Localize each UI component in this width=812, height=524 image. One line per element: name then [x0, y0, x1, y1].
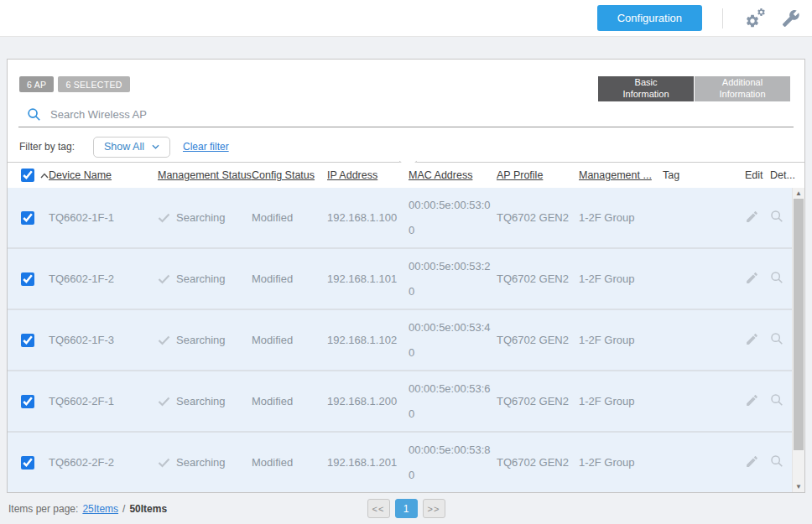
- ap-profile-cell: TQ6702 GEN2: [497, 211, 579, 224]
- edit-pencil-icon[interactable]: [745, 393, 759, 407]
- table-body: TQ6602-1F-1 Searching Modified 192.168.1…: [8, 188, 792, 492]
- management-status-cell: Searching: [158, 334, 252, 346]
- wireless-ap-panel: 6 AP 6 SELECTED Basic Information Additi…: [7, 59, 805, 493]
- tab-additional-information-label: Additional Information: [708, 77, 777, 101]
- details-magnifier-icon[interactable]: [770, 393, 783, 407]
- settings-gear-icon[interactable]: [745, 8, 765, 29]
- config-status-cell: Modified: [252, 395, 327, 407]
- scroll-up-icon[interactable]: ▲: [793, 188, 804, 198]
- device-name-cell: TQ6602-1F-2: [49, 272, 158, 285]
- configuration-button[interactable]: Configuration: [597, 5, 702, 31]
- current-page-button[interactable]: 1: [395, 499, 418, 518]
- row-select-checkbox[interactable]: [21, 211, 34, 225]
- table-row[interactable]: TQ6602-2F-1 Searching Modified 192.168.1…: [8, 371, 792, 433]
- management-status-cell: Searching: [158, 272, 252, 285]
- search-bar: [18, 102, 794, 127]
- table-row[interactable]: TQ6602-1F-1 Searching Modified 192.168.1…: [8, 188, 792, 249]
- tab-basic-information[interactable]: Basic Information: [598, 76, 694, 101]
- config-status-cell: Modified: [252, 211, 327, 224]
- status-check-icon: [158, 335, 170, 345]
- row-select-checkbox[interactable]: [21, 272, 34, 286]
- management-status-text: Searching: [176, 456, 226, 469]
- search-icon: [27, 107, 41, 122]
- header-ap-profile[interactable]: AP Profile: [497, 169, 579, 181]
- mac-address-cell: 00:00:5e:00:53:40: [409, 315, 492, 366]
- sort-ascending-icon[interactable]: [40, 173, 49, 179]
- header-management-status[interactable]: Management Status: [158, 169, 252, 181]
- select-all-checkbox[interactable]: [21, 169, 34, 182]
- tab-basic-information-label: Basic Information: [612, 77, 680, 101]
- management-status-cell: Searching: [158, 395, 252, 407]
- details-magnifier-icon[interactable]: [770, 271, 783, 284]
- top-toolbar: Configuration: [0, 0, 812, 37]
- edit-pencil-icon[interactable]: [745, 332, 759, 346]
- ap-profile-cell: TQ6702 GEN2: [497, 334, 579, 346]
- toolbar-divider: [722, 8, 723, 29]
- filter-row: Filter by tag: Show All Clear filter: [19, 135, 804, 159]
- tools-wrench-icon[interactable]: [782, 9, 800, 28]
- row-select-checkbox[interactable]: [21, 334, 34, 347]
- ap-profile-cell: TQ6702 GEN2: [497, 272, 579, 285]
- table-header-row: Device Name Management Status Config Sta…: [8, 163, 804, 188]
- header-device-name[interactable]: Device Name: [49, 169, 158, 181]
- pager: << 1 >>: [367, 499, 445, 518]
- header-ip-address[interactable]: IP Address: [327, 169, 409, 181]
- edit-pencil-icon[interactable]: [745, 271, 759, 285]
- management-group-cell: 1-2F Group: [579, 334, 663, 346]
- items-per-page-label: Items per page:: [8, 503, 78, 515]
- header-management-group[interactable]: Management ...: [579, 169, 663, 181]
- management-group-cell: 1-2F Group: [579, 395, 663, 407]
- table-row[interactable]: TQ6602-1F-3 Searching Modified 192.168.1…: [8, 310, 792, 371]
- scrollbar-thumb[interactable]: [794, 199, 804, 450]
- mac-address-cell: 00:00:5e:00:53:80: [409, 438, 492, 488]
- chevron-down-icon: [152, 144, 159, 149]
- header-details: Det...: [770, 169, 792, 181]
- header-config-status[interactable]: Config Status: [252, 169, 327, 181]
- previous-page-button[interactable]: <<: [367, 499, 390, 518]
- table-row[interactable]: TQ6602-2F-2 Searching Modified 192.168.1…: [8, 433, 792, 492]
- info-tabs: Basic Information Additional Information: [598, 76, 790, 101]
- management-status-text: Searching: [176, 334, 226, 346]
- row-select-checkbox[interactable]: [21, 395, 34, 408]
- header-mac-address[interactable]: MAC Address: [409, 169, 492, 181]
- row-select-checkbox[interactable]: [21, 456, 34, 470]
- details-magnifier-icon[interactable]: [770, 210, 783, 223]
- edit-pencil-icon[interactable]: [745, 210, 759, 224]
- mac-address-cell: 00:00:5e:00:53:00: [409, 193, 492, 243]
- management-group-cell: 1-2F Group: [579, 272, 663, 285]
- items-per-page: Items per page: 25Items / 50Items: [8, 503, 167, 515]
- table-row[interactable]: TQ6602-1F-2 Searching Modified 192.168.1…: [8, 249, 792, 310]
- management-status-text: Searching: [176, 272, 226, 285]
- details-magnifier-icon[interactable]: [770, 332, 783, 345]
- device-name-cell: TQ6602-1F-1: [49, 211, 158, 224]
- vertical-scrollbar[interactable]: ▲ ▼: [792, 187, 804, 492]
- device-name-cell: TQ6602-2F-2: [49, 456, 158, 469]
- next-page-button[interactable]: >>: [423, 499, 445, 518]
- scroll-down-icon[interactable]: ▼: [793, 481, 804, 491]
- status-check-icon: [158, 213, 170, 223]
- ap-count-badge: 6 AP: [19, 76, 54, 92]
- management-status-cell: Searching: [158, 211, 252, 224]
- edit-pencil-icon[interactable]: [745, 454, 759, 469]
- config-status-cell: Modified: [252, 334, 327, 346]
- management-group-cell: 1-2F Group: [579, 211, 663, 224]
- management-status-text: Searching: [176, 395, 226, 407]
- details-magnifier-icon[interactable]: [770, 454, 783, 468]
- filter-by-tag-label: Filter by tag:: [19, 141, 75, 153]
- tag-filter-value: Show All: [104, 141, 144, 153]
- ip-address-cell: 192.168.1.101: [327, 272, 409, 285]
- tag-filter-dropdown[interactable]: Show All: [93, 137, 170, 158]
- device-name-cell: TQ6602-1F-3: [49, 334, 158, 346]
- pagination-bar: Items per page: 25Items / 50Items << 1 >…: [0, 493, 812, 524]
- items-per-page-50-current[interactable]: 50Items: [129, 503, 167, 515]
- search-input[interactable]: [50, 108, 794, 121]
- management-group-cell: 1-2F Group: [579, 456, 663, 469]
- items-per-page-separator: /: [122, 503, 125, 515]
- config-status-cell: Modified: [252, 272, 327, 285]
- clear-filter-link[interactable]: Clear filter: [183, 141, 229, 153]
- items-per-page-25-link[interactable]: 25Items: [82, 503, 118, 515]
- ip-address-cell: 192.168.1.201: [327, 456, 409, 469]
- status-check-icon: [158, 397, 170, 407]
- tab-additional-information[interactable]: Additional Information: [695, 76, 790, 101]
- device-name-cell: TQ6602-2F-1: [49, 395, 158, 407]
